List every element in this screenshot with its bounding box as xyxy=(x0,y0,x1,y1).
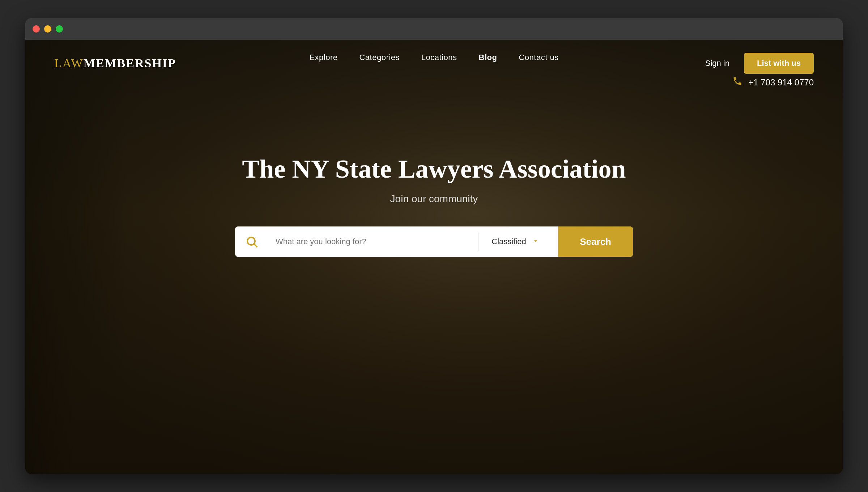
hero-subtitle: Join our community xyxy=(54,193,814,205)
logo-law: LAW xyxy=(54,56,84,70)
hero-title: The NY State Lawyers Association xyxy=(54,153,814,184)
search-icon-wrap xyxy=(235,235,268,248)
traffic-light-green[interactable] xyxy=(56,25,63,33)
website: LAWMEMBERSHIP Explore Categories Locatio… xyxy=(25,40,843,474)
phone-number: +1 703 914 0770 xyxy=(748,77,814,88)
svg-line-1 xyxy=(254,244,257,247)
nav-blog[interactable]: Blog xyxy=(479,53,497,62)
category-select[interactable]: Classified xyxy=(478,237,558,246)
search-bar: Classified Search xyxy=(235,226,633,257)
search-button[interactable]: Search xyxy=(558,226,633,257)
nav-right: Sign in List with us xyxy=(705,53,814,74)
svg-point-0 xyxy=(247,237,255,245)
logo-membership: MEMBERSHIP xyxy=(84,56,176,70)
sign-in-button[interactable]: Sign in xyxy=(705,59,729,68)
category-label: Classified xyxy=(492,237,526,246)
navbar: LAWMEMBERSHIP Explore Categories Locatio… xyxy=(25,40,843,74)
logo[interactable]: LAWMEMBERSHIP xyxy=(54,56,176,70)
nav-contact[interactable]: Contact us xyxy=(519,53,558,62)
nav-links: Explore Categories Locations Blog Contac… xyxy=(309,53,558,62)
search-icon xyxy=(245,235,258,248)
traffic-light-yellow[interactable] xyxy=(44,25,51,33)
hero-content: The NY State Lawyers Association Join ou… xyxy=(25,153,843,257)
nav-categories[interactable]: Categories xyxy=(359,53,399,62)
phone-icon xyxy=(732,76,743,89)
list-with-us-button[interactable]: List with us xyxy=(744,53,814,74)
search-input[interactable] xyxy=(268,237,478,246)
browser-chrome xyxy=(25,18,843,40)
browser-window: LAWMEMBERSHIP Explore Categories Locatio… xyxy=(25,18,843,474)
dropdown-arrow-icon xyxy=(532,237,539,246)
phone-section: +1 703 914 0770 xyxy=(732,76,814,89)
nav-locations[interactable]: Locations xyxy=(421,53,457,62)
traffic-light-red[interactable] xyxy=(33,25,40,33)
nav-explore[interactable]: Explore xyxy=(309,53,337,62)
